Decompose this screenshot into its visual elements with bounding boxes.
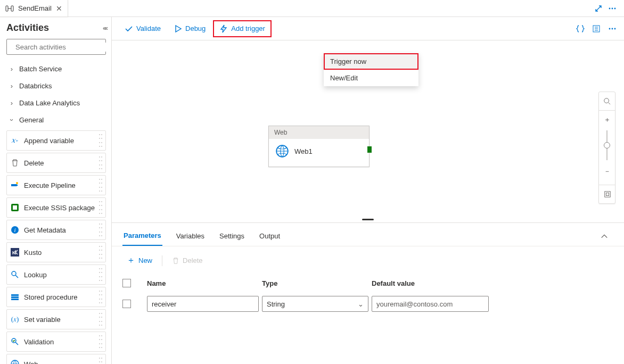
col-type: Type [262, 279, 368, 287]
zoom-slider[interactable] [606, 130, 607, 160]
properties-panel: Parameters Variables Settings Output ＋ N… [112, 222, 624, 327]
expand-icon[interactable] [594, 4, 603, 13]
drag-grip-icon [99, 358, 103, 364]
tab-output[interactable]: Output [258, 229, 281, 245]
activities-sidebar: Activities « « › Batch Service › Databri… [0, 17, 112, 364]
activity-set-variable[interactable]: (𝑥) Set variable [6, 309, 106, 329]
tree-group-databricks[interactable]: › Databricks [6, 77, 106, 94]
pipeline-canvas[interactable]: Web Web1 ＋ － [112, 40, 624, 216]
tab-parameters[interactable]: Parameters [122, 228, 162, 246]
drag-grip-icon [99, 313, 103, 326]
node-success-connector[interactable] [367, 146, 372, 153]
ssis-icon [10, 203, 20, 212]
parameters-header-row: Name Type Default value [122, 275, 613, 292]
activity-append-variable[interactable]: 𝑥+ Append variable [6, 130, 106, 151]
select-all-checkbox[interactable] [122, 279, 131, 287]
zoom-slider-knob[interactable] [604, 142, 610, 148]
row-checkbox[interactable] [122, 300, 131, 308]
info-icon: i [10, 225, 20, 235]
activity-delete[interactable]: Delete [6, 153, 106, 173]
variable-plus-icon: 𝑥+ [10, 136, 20, 145]
open-tabs-bar: SendEmail ✕ [0, 0, 624, 17]
svg-rect-26 [606, 193, 609, 195]
activity-get-metadata[interactable]: i Get Metadata [6, 220, 106, 240]
chevron-right-icon: › [9, 65, 15, 73]
add-trigger-button[interactable]: Add trigger [213, 20, 272, 37]
sidebar-title: Activities [6, 22, 49, 34]
stored-procedure-icon [10, 292, 20, 302]
chevron-down-icon: ⌄ [358, 300, 364, 308]
more-icon[interactable] [608, 4, 617, 13]
zoom-out-icon[interactable]: － [598, 162, 615, 180]
col-name: Name [147, 279, 259, 287]
trash-icon [10, 158, 20, 168]
drag-grip-icon [99, 156, 103, 169]
trash-icon [172, 257, 179, 264]
node-type-label: Web [269, 126, 369, 139]
drag-grip-icon [99, 134, 103, 147]
pipeline-icon [5, 4, 14, 13]
globe-icon [10, 359, 20, 364]
svg-point-24 [604, 98, 609, 103]
search-activities-input[interactable] [6, 39, 106, 55]
plus-icon: ＋ [127, 255, 135, 266]
code-braces-icon[interactable] [576, 24, 585, 33]
fit-to-screen-icon[interactable] [599, 185, 616, 203]
drag-grip-icon [99, 246, 103, 259]
drag-grip-icon [99, 201, 103, 214]
properties-icon[interactable] [592, 24, 601, 33]
activity-execute-ssis[interactable]: Execute SSIS package [6, 197, 106, 218]
svg-rect-15 [11, 296, 19, 298]
svg-point-18 [11, 360, 19, 364]
separator [162, 255, 162, 266]
zoom-in-icon[interactable]: ＋ [598, 110, 615, 128]
activity-web[interactable]: Web [6, 354, 106, 364]
pipeline-tab[interactable]: SendEmail ✕ [0, 0, 68, 17]
drag-grip-icon [99, 268, 103, 281]
tab-settings[interactable]: Settings [218, 229, 245, 245]
canvas-tool-column: ＋ － [598, 92, 615, 204]
new-parameter-button[interactable]: ＋ New [122, 253, 157, 268]
tab-title: SendEmail [18, 4, 52, 12]
param-type-select[interactable]: String ⌄ [262, 296, 368, 312]
kusto-icon: K [10, 247, 20, 257]
debug-button[interactable]: Debug [168, 20, 211, 37]
close-icon[interactable]: ✕ [56, 4, 62, 13]
activity-lookup[interactable]: Lookup [6, 264, 106, 285]
parameter-row: receiver String ⌄ youremail@contoso.com [122, 292, 613, 316]
svg-point-22 [614, 28, 616, 29]
col-default: Default value [372, 279, 489, 287]
execute-pipeline-icon [10, 180, 20, 190]
canvas-node-web1[interactable]: Web Web1 [268, 126, 370, 167]
check-icon [125, 24, 133, 33]
activity-validation[interactable]: Validation [6, 332, 106, 352]
param-default-input[interactable]: youremail@contoso.com [372, 296, 489, 312]
svg-point-6 [16, 182, 18, 184]
tree-group-data-lake-analytics[interactable]: › Data Lake Analytics [6, 94, 106, 111]
tree-group-general[interactable]: › General [6, 111, 106, 128]
panel-resize-handle[interactable] [112, 216, 624, 222]
svg-rect-25 [605, 192, 611, 197]
tree-group-batch-service[interactable]: › Batch Service [6, 60, 106, 77]
activity-execute-pipeline[interactable]: Execute Pipeline [6, 175, 106, 195]
collapse-panel-icon[interactable] [601, 233, 613, 242]
chevron-down-icon: › [8, 117, 16, 123]
svg-rect-8 [13, 205, 17, 210]
activity-stored-procedure[interactable]: Stored procedure [6, 287, 106, 307]
canvas-search-icon[interactable] [598, 92, 615, 110]
collapse-sidebar-icon[interactable]: « « [103, 24, 106, 32]
param-name-input[interactable]: receiver [147, 296, 259, 312]
activity-kusto[interactable]: K Kusto [6, 242, 106, 262]
globe-icon [275, 144, 289, 158]
more-icon[interactable] [608, 24, 617, 33]
svg-point-21 [612, 28, 613, 29]
chevron-right-icon: › [9, 99, 15, 107]
chevron-right-icon: › [9, 82, 15, 90]
tab-variables[interactable]: Variables [175, 229, 206, 245]
drag-grip-icon [99, 291, 103, 303]
pipeline-toolbar: Validate Debug Add trigger [112, 17, 624, 40]
svg-rect-14 [11, 294, 19, 296]
search-activities-field[interactable] [14, 43, 106, 52]
svg-point-3 [612, 7, 613, 9]
validate-button[interactable]: Validate [119, 20, 166, 37]
